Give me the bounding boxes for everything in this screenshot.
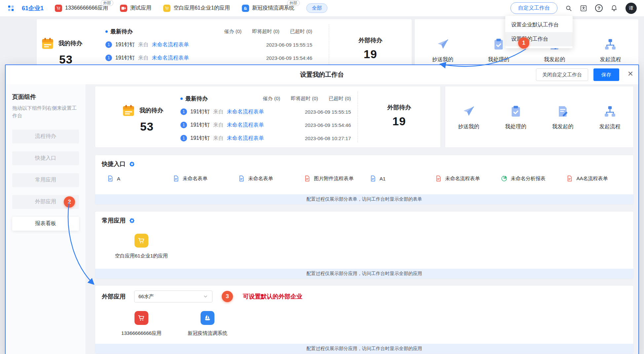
quick-actions-card: 抄送我的 我处理的 我发起的 发起流程 bbox=[445, 86, 634, 148]
blue-dot bbox=[180, 98, 183, 100]
count-badge: 1 bbox=[180, 135, 187, 141]
quick-entry-item[interactable]: 未命名流程表单 bbox=[430, 175, 496, 182]
component-quick-entry[interactable]: 快捷入口 bbox=[12, 151, 79, 165]
count-badge: 1 bbox=[105, 41, 112, 48]
todo-item-form-link[interactable]: 未命名流程表单 bbox=[152, 55, 189, 61]
component-report-dashboard[interactable]: 报表看板 bbox=[12, 217, 79, 231]
quick-action-label: 我处理的 bbox=[488, 56, 509, 63]
paper-plane-icon bbox=[462, 105, 475, 118]
topbar-app-test[interactable]: 测试应用 bbox=[120, 5, 151, 12]
quick-entry-section: 快捷入口 A 未命名表单 未命名表单 bbox=[95, 155, 634, 205]
form-doc-icon bbox=[435, 175, 442, 182]
latest-todo-label: 最新待办 bbox=[110, 28, 133, 35]
topbar-app-blank[interactable]: 空白应用61企业1的应用 bbox=[163, 5, 230, 12]
quick-entry-label: 未命名表单 bbox=[183, 176, 208, 182]
my-todo-count[interactable]: 53 bbox=[59, 53, 103, 66]
col-soon-overdue[interactable]: 即将超时 (0) bbox=[291, 96, 318, 102]
external-todo-count[interactable]: 19 bbox=[329, 48, 412, 61]
count-badge: 1 bbox=[180, 108, 187, 115]
quick-action-label: 我发起的 bbox=[552, 123, 573, 130]
col-overdue[interactable]: 已超时 (0) bbox=[290, 28, 313, 35]
app-tile-blank-app[interactable]: 空白应用61企业1的应用 bbox=[108, 234, 174, 259]
gear-icon[interactable] bbox=[129, 217, 135, 224]
col-urge[interactable]: 催办 (0) bbox=[263, 96, 281, 102]
gear-icon[interactable] bbox=[129, 161, 135, 167]
col-urge[interactable]: 催办 (0) bbox=[224, 28, 242, 35]
todo-list-item[interactable]: 1 191钉钉 来自 未命名流程表单 2023-06-09 15:54:46 bbox=[105, 54, 312, 62]
search-icon[interactable] bbox=[565, 5, 572, 12]
todo-item-form-link[interactable]: 未命名流程表单 bbox=[227, 108, 264, 115]
all-apps-button[interactable]: 全部 bbox=[306, 3, 327, 13]
quick-action-start-process[interactable]: 发起流程 bbox=[587, 86, 634, 147]
quick-action-cc-me[interactable]: 抄送我的 bbox=[445, 86, 492, 147]
quick-action-label: 我处理的 bbox=[505, 123, 526, 130]
todo-item-time: 2023-06-09 15:55:15 bbox=[266, 42, 312, 48]
menu-item-set-enterprise-default-workbench[interactable]: 设置企业默认工作台 bbox=[505, 18, 573, 32]
user-avatar[interactable]: 谭 bbox=[625, 3, 637, 14]
external-apps-footer-note: 配置过程仅展示部分应用，访问工作台时显示全部的应用 bbox=[95, 344, 633, 354]
topbar-app-covid[interactable]: 新冠疫情流调系统 外部 bbox=[242, 5, 294, 12]
close-icon[interactable]: × bbox=[628, 69, 633, 78]
app-label: 新冠疫情流调系统 bbox=[188, 330, 227, 336]
form-doc-icon bbox=[107, 175, 114, 182]
todo-item-form-link[interactable]: 未命名流程表单 bbox=[227, 122, 264, 129]
todo-item-form-link[interactable]: 未命名流程表单 bbox=[152, 41, 189, 48]
notification-bell-icon[interactable] bbox=[611, 5, 618, 12]
app-label: 空白应用61企业1的应用 bbox=[115, 253, 168, 259]
topbar-app-13366666666[interactable]: 13366666666应用 外部 bbox=[55, 5, 108, 12]
external-enterprise-select[interactable]: 66水产 bbox=[134, 291, 212, 302]
col-soon-overdue[interactable]: 即将超时 (0) bbox=[252, 28, 280, 35]
latest-todo-label: 最新待办 bbox=[185, 95, 208, 102]
todo-item-from: 来自 bbox=[213, 135, 224, 142]
customize-workbench-button[interactable]: 自定义工作台 bbox=[511, 2, 557, 14]
external-todo-label: 外部待办 bbox=[329, 36, 412, 44]
component-label: 外部应用 bbox=[35, 198, 56, 205]
quick-action-label: 我发起的 bbox=[544, 56, 565, 63]
todo-item-name: 191钉钉 bbox=[190, 108, 210, 115]
col-overdue[interactable]: 已超时 (0) bbox=[329, 96, 351, 102]
quick-action-initiated-by-me[interactable]: 我发起的 bbox=[539, 86, 587, 147]
quick-entry-item[interactable]: A1 bbox=[364, 175, 430, 182]
topbar-app-label: 空白应用61企业1的应用 bbox=[173, 5, 230, 12]
quick-entry-item[interactable]: 未命名表单 bbox=[233, 175, 299, 182]
menu-item-set-my-workbench[interactable]: 设置我的工作台 bbox=[505, 32, 573, 46]
todo-list-item[interactable]: 1 191钉钉 来自 未命名流程表单 2023-06-09 15:55:15 bbox=[105, 41, 312, 49]
flowchart-icon bbox=[603, 105, 617, 118]
quick-entry-item[interactable]: A bbox=[102, 175, 168, 182]
quick-action-label: 抄送我的 bbox=[432, 56, 453, 63]
quick-entry-item[interactable]: AA名流程表单 bbox=[561, 175, 627, 182]
topbar-app-label: 新冠疫情流调系统 bbox=[252, 5, 294, 12]
todo-item-name: 191钉钉 bbox=[115, 55, 135, 61]
company-name[interactable]: 61企业1 bbox=[22, 4, 44, 12]
quick-entry-title: 快捷入口 bbox=[102, 160, 126, 168]
component-process-todo[interactable]: 流程待办 bbox=[12, 130, 79, 143]
chevron-down-icon bbox=[203, 294, 208, 299]
quick-entry-item[interactable]: 未命名表单 bbox=[168, 175, 233, 182]
todo-item-form-link[interactable]: 未命名流程表单 bbox=[227, 135, 264, 142]
help-icon[interactable]: ? bbox=[595, 4, 603, 12]
app-tile-covid-system[interactable]: 新冠疫情流调系统 bbox=[174, 311, 241, 336]
todo-summary-card: 我的待办 53 最新待办 催办 (0) 即将超时 (0) 已超时 (0) bbox=[95, 86, 441, 148]
my-todo-label: 我的待办 bbox=[58, 39, 82, 47]
external-badge: 外部 bbox=[101, 0, 113, 6]
save-button[interactable]: 保存 bbox=[593, 68, 619, 81]
external-todo-count[interactable]: 19 bbox=[358, 115, 440, 128]
quick-entry-item[interactable]: 图片附件流程表单 bbox=[299, 175, 364, 182]
quick-action-handled-by-me[interactable]: 我处理的 bbox=[492, 86, 540, 147]
form-doc-icon bbox=[173, 175, 179, 182]
quick-entry-label: 未命名分析报表 bbox=[511, 176, 546, 182]
translate-icon[interactable] bbox=[580, 5, 587, 12]
clipboard-check-icon bbox=[492, 38, 505, 51]
step-2-badge: 2 bbox=[64, 196, 75, 208]
todo-list-item[interactable]: 1 191钉钉 来自 未命名流程表单 2023-06-09 15:54:46 bbox=[180, 121, 351, 129]
todo-list-item[interactable]: 1 191钉钉 来自 未命名流程表单 2023-06-08 10:27:17 bbox=[180, 134, 351, 142]
todo-list-item[interactable]: 1 191钉钉 来自 未命名流程表单 2023-06-09 15:55:15 bbox=[180, 108, 351, 116]
topbar-app-label: 13366666666应用 bbox=[65, 5, 108, 12]
close-custom-workbench-button[interactable]: 关闭自定义工作台 bbox=[536, 68, 588, 81]
apps-grid-icon[interactable] bbox=[7, 5, 15, 12]
quick-entry-item[interactable]: 未命名分析报表 bbox=[496, 175, 561, 182]
component-common-apps[interactable]: 常用应用 bbox=[12, 173, 79, 187]
my-todo-count[interactable]: 53 bbox=[140, 120, 178, 133]
component-external-apps[interactable]: 外部应用 2 bbox=[12, 195, 79, 209]
app-tile-13366666666[interactable]: 13366666666应用 bbox=[108, 311, 174, 336]
